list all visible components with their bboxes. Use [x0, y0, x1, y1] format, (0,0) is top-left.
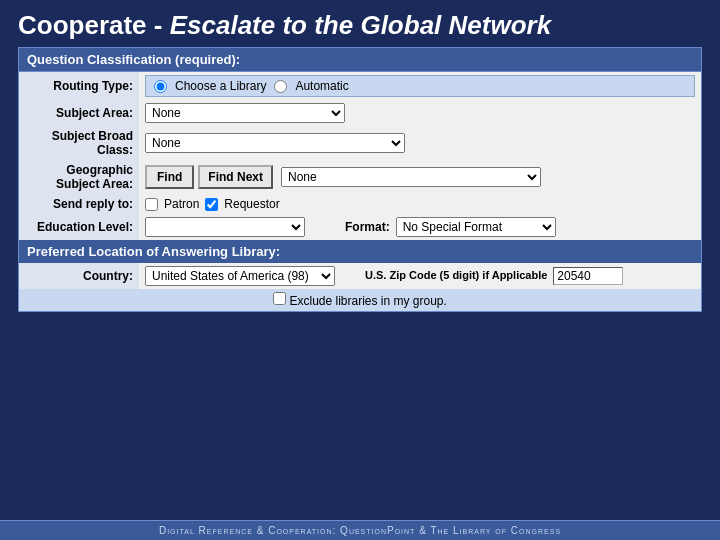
subject-broad-class-select[interactable]: None	[145, 133, 405, 153]
patron-checkbox[interactable]	[145, 198, 158, 211]
country-value: United States of America (98) U.S. Zip C…	[139, 263, 701, 289]
zip-input[interactable]	[553, 267, 623, 285]
exclude-cell: Exclude libraries in my group.	[19, 289, 701, 311]
subject-area-select[interactable]: None	[145, 103, 345, 123]
routing-choose-label[interactable]: Choose a Library	[175, 79, 266, 93]
send-reply-time-row: Send reply to: Patron Requestor	[19, 194, 701, 214]
subject-area-row: Subject Area: None	[19, 100, 701, 126]
country-zip-row: Country: United States of America (98) U…	[19, 263, 701, 289]
country-label: Country:	[19, 263, 139, 289]
footer-text: Digital Reference & Cooperation: Questio…	[159, 525, 561, 536]
exclude-checkbox[interactable]	[273, 292, 286, 305]
main-panel: Question Classification (required): Rout…	[18, 47, 702, 312]
country-select[interactable]: United States of America (98)	[145, 266, 335, 286]
subject-broad-class-value: None	[139, 126, 701, 160]
geographic-subject-area-select[interactable]: None	[281, 167, 541, 187]
routing-type-row: Routing Type: Choose a Library Automatic	[19, 72, 701, 100]
subject-area-label: Subject Area:	[19, 100, 139, 126]
format-label: Format:	[345, 220, 390, 234]
exclude-row: Exclude libraries in my group.	[19, 289, 701, 311]
requestor-checkbox[interactable]	[205, 198, 218, 211]
subject-broad-class-row: Subject Broad Class: None	[19, 126, 701, 160]
routing-choose-radio[interactable]	[154, 80, 167, 93]
preferred-section-header: Preferred Location of Answering Library:	[19, 240, 701, 263]
routing-type-label: Routing Type:	[19, 72, 139, 100]
country-table: Country: United States of America (98) U…	[19, 263, 701, 311]
routing-radio-group: Choose a Library Automatic	[145, 75, 695, 97]
exclude-label: Exclude libraries in my group.	[289, 294, 446, 308]
title-normal: Cooperate -	[18, 10, 170, 40]
find-area: Find Find Next	[145, 165, 273, 189]
subject-broad-class-label: Subject Broad Class:	[19, 126, 139, 160]
find-next-button[interactable]: Find Next	[198, 165, 273, 189]
patron-label: Patron	[164, 197, 199, 211]
routing-auto-radio[interactable]	[274, 80, 287, 93]
zip-label: U.S. Zip Code (5 digit) if Applicable	[365, 269, 547, 282]
geographic-subject-area-row: Geographic Subject Area: Find Find Next …	[19, 160, 701, 194]
send-reply-value: Patron Requestor	[139, 194, 701, 214]
requestor-label: Requestor	[224, 197, 279, 211]
footer-bar: Digital Reference & Cooperation: Questio…	[0, 520, 720, 540]
education-format-row: Education Level: Format: No Special Form…	[19, 214, 701, 240]
routing-type-value: Choose a Library Automatic	[139, 72, 701, 100]
form-table: Routing Type: Choose a Library Automatic…	[19, 72, 701, 240]
subject-area-value: None	[139, 100, 701, 126]
section-header: Question Classification (required):	[19, 48, 701, 72]
geographic-subject-area-label: Geographic Subject Area:	[19, 160, 139, 194]
page-title: Cooperate - Escalate to the Global Netwo…	[0, 0, 720, 47]
send-reply-checkboxes: Patron Requestor	[145, 197, 695, 211]
education-level-label: Education Level:	[19, 214, 139, 240]
education-format-value: Format: No Special Format	[139, 214, 701, 240]
title-italic: Escalate to the Global Network	[170, 10, 551, 40]
education-level-select[interactable]	[145, 217, 305, 237]
send-reply-label: Send reply to:	[19, 194, 139, 214]
geographic-subject-area-value: Find Find Next None	[139, 160, 701, 194]
routing-auto-label[interactable]: Automatic	[295, 79, 348, 93]
format-select[interactable]: No Special Format	[396, 217, 556, 237]
find-button[interactable]: Find	[145, 165, 194, 189]
